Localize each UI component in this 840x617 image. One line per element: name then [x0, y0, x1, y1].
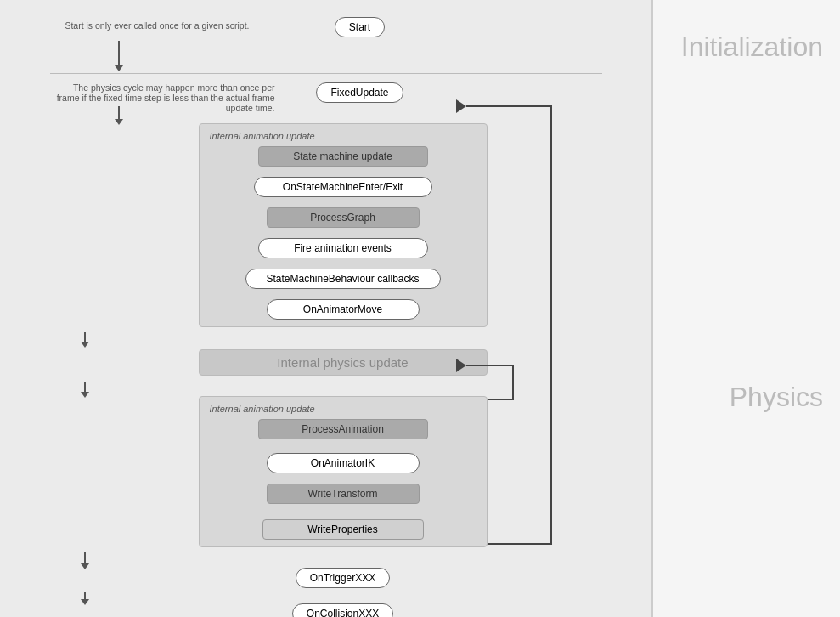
start-node: Start [335, 17, 385, 37]
process-animation-node: ProcessAnimation [258, 419, 428, 439]
physics-annotation: The physics cycle may happen more than o… [54, 82, 275, 113]
fixed-update-node: FixedUpdate [316, 82, 403, 103]
start-annotation: Start is only ever called once for a giv… [63, 20, 250, 31]
physics-label: Physics [653, 93, 840, 617]
state-machine-behaviour-node: StateMachineBehaviour callbacks [245, 269, 441, 289]
process-graph-node: ProcessGraph [267, 207, 420, 228]
initialization-label: Initialization [653, 0, 840, 93]
on-collision-node: OnCollisionXXX [292, 603, 393, 617]
inner-box-label-2: Internal animation update [210, 404, 315, 414]
on-state-machine-node: OnStateMachineEnter/Exit [254, 177, 432, 197]
write-properties-node: WriteProperties [262, 519, 424, 540]
on-trigger-node: OnTriggerXXX [296, 568, 391, 588]
state-machine-update-node: State machine update [258, 146, 428, 167]
on-animator-ik-node: OnAnimatorIK [267, 453, 420, 473]
write-transform-node: WriteTransform [267, 484, 420, 504]
inner-box-label-1: Internal animation update [210, 131, 315, 141]
on-animator-move-node: OnAnimatorMove [267, 299, 420, 320]
internal-physics-update-label: Internal physics update [199, 349, 488, 376]
fire-animation-events-node: Fire animation events [258, 238, 428, 258]
